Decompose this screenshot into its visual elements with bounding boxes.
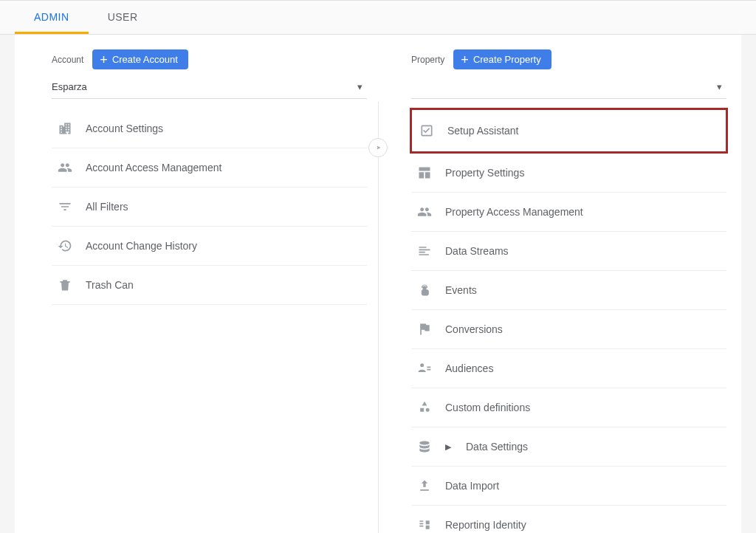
identity-icon (416, 516, 433, 533)
menu-label: Trash Can (86, 279, 134, 291)
buildings-icon (56, 120, 74, 137)
data-streams[interactable]: Data Streams (411, 232, 726, 271)
setup-assistant-highlight: Setup Assistant (410, 108, 728, 154)
shapes-icon (416, 399, 433, 416)
property-access-management[interactable]: Property Access Management (411, 193, 726, 232)
flag-icon (416, 320, 433, 338)
streams-icon (416, 242, 433, 260)
menu-label: All Filters (86, 201, 128, 213)
menu-label: Account Settings (86, 123, 163, 134)
account-selector[interactable]: Esparza ▾ (52, 77, 367, 99)
account-label: Account (52, 55, 83, 65)
reporting-identity[interactable]: Reporting Identity (411, 506, 726, 533)
menu-label: Events (445, 284, 477, 296)
property-column: Property + Create Property ▾ Setup Assis… (382, 49, 741, 533)
history-icon (56, 237, 74, 255)
tab-admin[interactable]: ADMIN (15, 1, 89, 34)
property-selector[interactable]: ▾ (411, 77, 726, 99)
conversions[interactable]: Conversions (411, 310, 726, 349)
menu-label: Reporting Identity (445, 519, 526, 531)
property-settings[interactable]: Property Settings (411, 154, 726, 193)
column-divider (378, 101, 379, 533)
layout-icon (416, 164, 433, 182)
plus-icon: + (461, 55, 469, 65)
data-settings[interactable]: ▶ Data Settings (411, 427, 726, 467)
property-label: Property (411, 55, 444, 65)
menu-label: Conversions (445, 323, 503, 335)
custom-definitions[interactable]: Custom definitions (411, 388, 726, 427)
caret-right-icon: ▶ (445, 442, 451, 452)
tab-user[interactable]: USER (89, 1, 157, 34)
account-change-history[interactable]: Account Change History (52, 227, 367, 266)
menu-label: Property Access Management (445, 206, 583, 218)
audiences[interactable]: Audiences (411, 349, 726, 388)
database-icon (416, 438, 433, 455)
audience-icon (416, 360, 433, 377)
menu-label: Account Access Management (86, 162, 221, 173)
menu-label: Data Streams (445, 245, 509, 257)
menu-label: Account Change History (86, 240, 197, 252)
create-property-label: Create Property (473, 54, 541, 65)
account-settings[interactable]: Account Settings (52, 109, 367, 148)
data-import[interactable]: Data Import (411, 467, 726, 506)
account-selected: Esparza (52, 81, 87, 92)
all-filters[interactable]: All Filters (52, 188, 367, 227)
trash-can[interactable]: Trash Can (52, 266, 367, 305)
people-icon (56, 159, 74, 176)
account-access-management[interactable]: Account Access Management (52, 148, 367, 188)
caret-down-icon: ▾ (717, 81, 722, 92)
menu-label: Custom definitions (445, 402, 530, 413)
upload-icon (416, 477, 433, 495)
menu-label: Setup Assistant (447, 125, 519, 137)
people-icon (416, 203, 433, 221)
caret-down-icon: ▾ (357, 81, 362, 92)
trash-icon (56, 276, 74, 294)
create-property-button[interactable]: + Create Property (453, 49, 551, 69)
menu-label: Audiences (445, 362, 493, 374)
link-circle-icon (368, 138, 388, 157)
events[interactable]: Events (411, 271, 726, 310)
touch-icon (416, 281, 433, 299)
admin-user-tabs: ADMIN USER (0, 0, 756, 35)
checkbox-icon (418, 122, 436, 140)
create-account-button[interactable]: + Create Account (92, 49, 188, 69)
setup-assistant[interactable]: Setup Assistant (413, 111, 724, 150)
menu-label: Data Settings (466, 441, 528, 453)
account-column: Account + Create Account Esparza ▾ Accou… (15, 49, 382, 533)
create-account-label: Create Account (112, 54, 178, 65)
menu-label: Data Import (445, 480, 499, 492)
menu-label: Property Settings (445, 167, 524, 179)
filter-icon (56, 198, 74, 216)
plus-icon: + (100, 55, 108, 65)
